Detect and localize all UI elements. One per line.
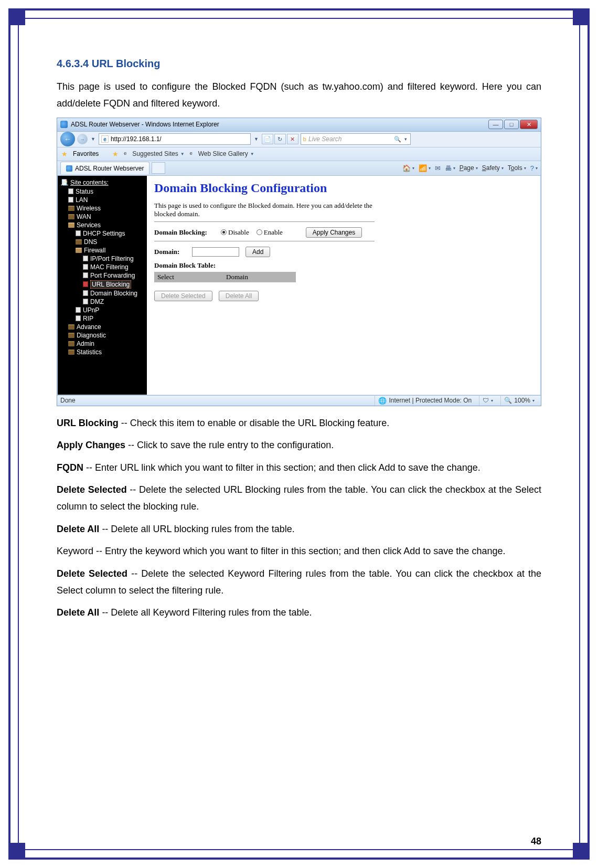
nav-toolbar: ← → ▼ e http://192.168.1.1/ ▼ 📄 ↻ ✕ b Li… [57,132,541,147]
refresh-button[interactable]: ↻ [274,134,286,144]
sidebar-item-rip[interactable]: RIP [58,314,147,323]
th-domain: Domain [178,272,296,282]
sidebar-item-diagnostic[interactable]: Diagnostic [58,331,147,340]
delete-selected-button[interactable]: Delete Selected [154,291,212,301]
tab-bar: ADSL Router Webserver 🏠▾ 📶▾ ✉ 🖶▾ Page▾ S… [57,161,541,176]
stop-button[interactable]: ✕ [287,134,298,144]
page-icon [76,307,81,313]
ie-icon [60,121,68,128]
domain-blocking-label: Domain Blocking: [154,228,215,237]
ie-icon [66,165,72,172]
desc-fqdn-label: FQDN [57,462,83,473]
search-provider-icon: b [303,136,306,142]
folder-open-icon [76,248,82,253]
screenshot-ie-window: ADSL Router Webserver - Windows Internet… [57,118,541,406]
radio-disable[interactable]: Disable [221,228,249,237]
page-menu[interactable]: Page▾ [460,164,478,172]
add-button[interactable]: Add [245,247,270,257]
desc-fqdn-text: -- Enter URL link which you want to filt… [83,462,480,473]
radio-icon [221,229,227,235]
sidebar-item-services[interactable]: Services [58,221,147,229]
sidebar-item-urlblock[interactable]: URL Blocking [58,280,147,289]
delete-all-button[interactable]: Delete All [219,291,259,301]
desc-keyword-text: Keyword -- Entry the keyword which you w… [57,546,505,556]
tools-menu[interactable]: Tools▾ [508,164,526,172]
zoom-control[interactable]: 🔍 100% ▾ [500,396,538,406]
domain-label: Domain: [154,248,186,256]
new-tab-button[interactable] [152,162,165,174]
sidebar-item-domblock[interactable]: Domain Blocking [58,289,147,298]
folder-icon [68,324,74,330]
help-button[interactable]: ?▾ [530,164,538,172]
protected-mode-button[interactable]: 🛡▾ [479,396,496,406]
sidebar-item-dns[interactable]: DNS [58,238,147,246]
sidebar-item-wan[interactable]: WAN [58,213,147,221]
section-number: 4.6.3.4 [57,58,89,69]
section-intro: This page is used to configure the Block… [57,78,541,112]
sidebar-item-status[interactable]: Status [58,187,147,196]
desc-delsel2-text: -- Delete the selected Keyword Filtering… [57,568,541,596]
print-button[interactable]: 🖶▾ [445,164,455,172]
sidebar-item-advance[interactable]: Advance [58,323,147,331]
radio-icon [257,229,262,235]
sidebar-item-ipport[interactable]: IP/Port Filtering [58,255,147,263]
browser-content: 📑 Site contents: Status LAN Wireless WAN… [57,176,541,395]
browser-tab[interactable]: ADSL Router Webserver [60,162,150,174]
desc-apply-label: Apply Changes [57,440,125,450]
back-button[interactable]: ← [60,132,75,146]
url-dropdown[interactable]: ▼ [253,136,260,142]
forward-button[interactable]: → [77,134,88,144]
safety-menu[interactable]: Safety▾ [482,164,504,172]
section-heading: 4.6.3.4 URL Blocking [57,58,541,70]
favorites-label[interactable]: Favorites [73,150,99,157]
sidebar-item-dhcp[interactable]: DHCP Settings [58,229,147,238]
search-icon[interactable]: 🔍 [394,136,401,143]
url-text: http://192.168.1.1/ [111,135,162,143]
home-button[interactable]: 🏠▾ [402,164,414,172]
domain-input[interactable] [192,247,239,257]
sidebar-item-admin[interactable]: Admin [58,340,147,348]
nav-history-dropdown[interactable]: ▼ [90,136,97,142]
sidebar-item-dmz[interactable]: DMZ [58,298,147,306]
th-select: Select [154,272,178,282]
apply-changes-button[interactable]: Apply Changes [306,227,362,238]
maximize-button[interactable]: □ [504,120,519,129]
folder-icon [68,350,74,355]
folder-icon [68,206,74,211]
page-icon [68,188,73,194]
sidebar-item-wireless[interactable]: Wireless [58,204,147,213]
domain-block-table: Select Domain [154,272,296,282]
desc-delall-text: -- Delete all URL blocking rules from th… [99,524,295,534]
mail-button[interactable]: ✉ [435,164,441,172]
sidebar-item-portfwd[interactable]: Port Forwarding [58,271,147,280]
folder-icon [68,341,74,346]
page-content: 4.6.3.4 URL Blocking This page is used t… [57,58,541,816]
page-icon [83,290,88,296]
web-slice-link[interactable]: e Web Slice Gallery ▼ [190,150,254,157]
address-bar[interactable]: e http://192.168.1.1/ [99,133,251,145]
search-bar[interactable]: b Live Search 🔍 ▾ [301,133,411,145]
sidebar-item-firewall[interactable]: Firewall [58,246,147,255]
desc-delsel2-label: Delete Selected [57,568,127,579]
section-title-text: URL Blocking [92,58,161,69]
page-icon [83,264,88,270]
favorites-bar: ★ Favorites ★ e Suggested Sites ▼ e Web … [57,147,541,161]
minimize-button[interactable]: — [488,120,503,129]
feeds-button[interactable]: 📶▾ [419,164,431,172]
page-icon [83,256,88,261]
close-button[interactable]: ✕ [520,120,538,129]
radio-enable[interactable]: Enable [257,228,283,237]
page-icon [76,315,81,321]
suggested-sites-link[interactable]: e Suggested Sites ▼ [124,150,184,157]
sidebar-item-upnp[interactable]: UPnP [58,306,147,314]
favorites-star-icon[interactable]: ★ [61,150,68,158]
window-title: ADSL Router Webserver - Windows Internet… [71,121,219,128]
sidebar-item-lan[interactable]: LAN [58,196,147,204]
block-table-title: Domain Block Table: [154,261,533,270]
divider [154,241,375,241]
search-dropdown[interactable]: ▾ [403,136,408,142]
tab-title: ADSL Router Webserver [75,165,144,172]
sidebar-item-statistics[interactable]: Statistics [58,348,147,356]
compat-button[interactable]: 📄 [262,134,273,144]
sidebar-item-mac[interactable]: MAC Filtering [58,263,147,271]
